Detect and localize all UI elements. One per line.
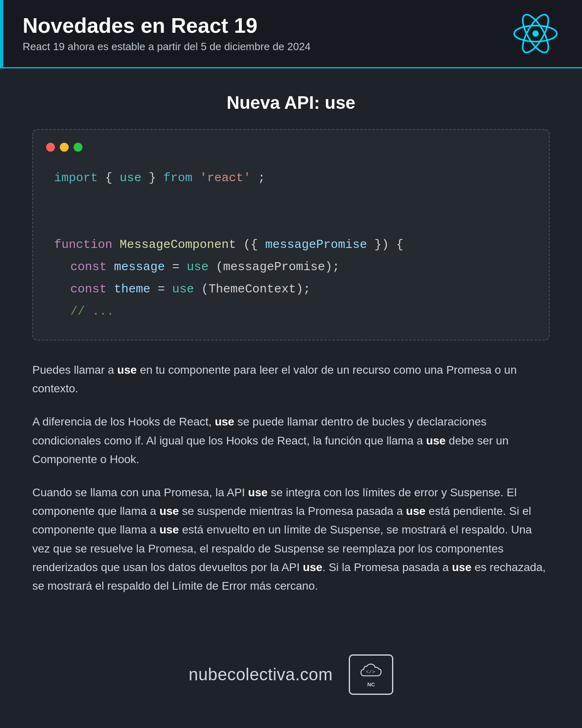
paragraph-2-text: A diferencia de los Hooks de React, use … [32,413,550,469]
code-fn-name: MessageComponent [120,238,236,252]
main-content: Nueva API: use import { use } from 'reac… [0,68,582,634]
code-line-import: import { use } from 'react' ; [46,167,536,189]
paragraph-1: Puedes llamar a use en tu componente par… [32,361,550,398]
code-use-2: use [172,282,194,296]
code-brace-open: { [105,171,120,185]
code-eq-1: = [172,260,187,274]
window-minimize-dot [60,143,69,152]
page-title: Novedades en React 19 [23,14,311,37]
code-line-const-theme: const theme = use (ThemeContext); [46,278,536,301]
svg-text:</>: </> [366,669,375,675]
code-params-close: }) { [374,238,403,252]
code-area: import { use } from 'react' ; function M… [46,163,536,327]
paragraph-3-text: Cuando se llama con una Promesa, la API … [32,483,550,595]
code-use-1: use [187,260,209,274]
code-param-name: messagePromise [265,238,374,252]
header-text-block: Novedades en React 19 React 19 ahora es … [23,14,311,53]
code-brace-close: } [149,171,163,185]
code-block-wrapper: import { use } from 'react' ; function M… [32,129,550,341]
code-keyword-const-1: const [70,260,107,274]
code-keyword-import: import [54,171,98,185]
paragraph-1-text: Puedes llamar a use en tu componente par… [32,361,550,398]
code-use-keyword: use [120,171,141,185]
window-maximize-dot [74,143,82,152]
code-comment-text: // ... [70,305,114,318]
code-var-message: message [114,260,172,274]
page-subtitle: React 19 ahora es estable a partir del 5… [23,40,311,53]
code-params: ({ [243,238,258,252]
window-close-dot [46,143,55,152]
code-blank-2 [46,212,536,234]
code-string-react: 'react' [200,171,251,185]
nc-logo: </> NC [349,654,393,695]
page-header: Novedades en React 19 React 19 ahora es … [0,0,582,68]
code-blank-1 [46,189,536,212]
code-use-call-1: (messagePromise); [216,260,340,274]
svg-point-3 [532,30,538,36]
nc-logo-text: NC [367,681,375,688]
section-title: Nueva API: use [32,93,550,113]
window-controls [46,143,536,152]
page-footer: nubecolectiva.com </> NC [0,634,582,719]
code-keyword-function: function [54,238,112,252]
code-var-theme: theme [114,282,158,296]
paragraph-3: Cuando se llama con una Promesa, la API … [32,483,550,595]
code-keyword-const-2: const [70,282,107,296]
code-use-call-2: (ThemeContext); [201,282,310,296]
code-eq-2: = [158,282,172,296]
code-line-const-message: const message = use (messagePromise); [46,256,536,278]
footer-domain: nubecolectiva.com [189,665,333,684]
code-semicolon-1: ; [258,171,265,185]
code-from-keyword: from [163,171,192,185]
code-line-function: function MessageComponent ({ messageProm… [46,234,536,256]
paragraph-2: A diferencia de los Hooks de React, use … [32,413,550,469]
nc-logo-icon: </> [360,662,382,680]
react-logo-icon [513,11,558,56]
code-line-comment: // ... [46,301,536,323]
